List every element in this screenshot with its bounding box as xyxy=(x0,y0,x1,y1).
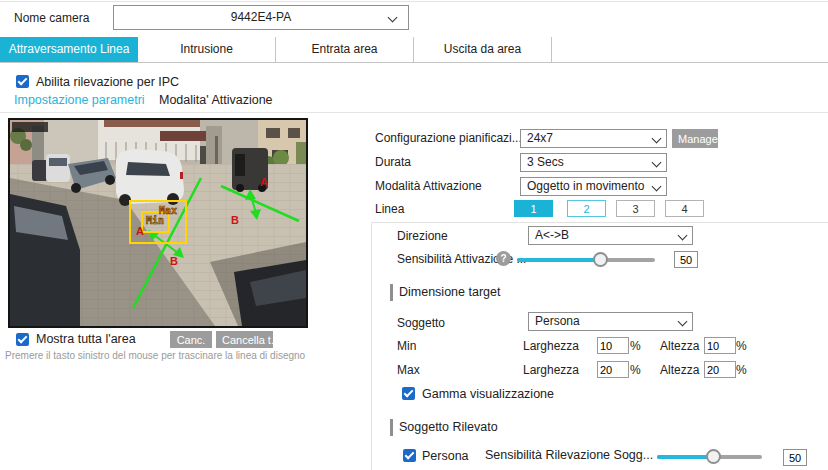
trigger-mode-label: Modalità Attivazione xyxy=(375,179,482,193)
tab-intrusione[interactable]: Intrusione xyxy=(138,37,276,62)
trigger-mode-select[interactable]: Oggetto in movimento xyxy=(520,177,667,196)
min-box-label: Min xyxy=(146,215,164,226)
line2-b-label: B xyxy=(231,214,239,226)
schedule-select-value: 24x7 xyxy=(527,131,553,145)
clear-all-button[interactable]: Cancella t... xyxy=(216,331,273,348)
camera-name-label: Nome camera xyxy=(14,11,89,25)
camera-detection-settings-window: Nome camera 9442E4-PA Attraversamento Li… xyxy=(0,0,828,470)
min-height-label: Altezza xyxy=(660,339,699,353)
manage-button[interactable]: Manage xyxy=(672,129,718,148)
subtab-modalita-attivazione[interactable]: Modalita' Attivazione xyxy=(159,93,273,107)
max-width-percent: % xyxy=(630,363,641,377)
line-button-1[interactable]: 1 xyxy=(514,200,553,217)
clear-button[interactable]: Canc. xyxy=(170,331,212,348)
help-icon[interactable]: ? xyxy=(496,251,511,266)
min-width-label: Larghezza xyxy=(523,339,579,353)
detection-sensitivity-value-input[interactable] xyxy=(783,449,807,466)
max-row-label: Max xyxy=(397,363,420,377)
detection-sensitivity-label: Sensibilità Rilevazione Sogg... xyxy=(485,448,653,462)
person-label: Persona xyxy=(422,449,469,463)
detection-sensitivity-slider-fill xyxy=(657,455,713,459)
camera-select[interactable]: 9442E4-PA xyxy=(113,5,409,30)
subject-select[interactable]: Persona xyxy=(528,312,693,331)
tab-entrata-area[interactable]: Entrata area xyxy=(276,37,414,62)
line-button-4[interactable]: 4 xyxy=(665,200,704,217)
max-height-input[interactable] xyxy=(704,361,736,378)
max-width-input[interactable] xyxy=(597,361,629,378)
sensitivity-value-input[interactable] xyxy=(674,251,698,268)
chevron-down-icon xyxy=(678,231,688,241)
sensitivity-slider-handle[interactable] xyxy=(593,252,608,267)
show-all-area-checkbox[interactable] xyxy=(16,333,29,346)
detected-subject-header: Soggetto Rilevato xyxy=(399,420,498,434)
subtab-divider xyxy=(0,112,828,113)
chevron-down-icon xyxy=(652,134,662,144)
show-all-area-label: Mostra tutta l'area xyxy=(36,332,136,346)
schedule-label: Configurazione pianificazi... xyxy=(375,131,522,145)
line-label: Linea xyxy=(375,202,404,216)
tab-attraversamento-linea[interactable]: Attraversamento Linea xyxy=(0,37,138,62)
line1-b-label: B xyxy=(170,255,178,267)
camera-preview-image: Max Min A B A B xyxy=(10,120,306,326)
tab-uscita-da-area[interactable]: Uscita da area xyxy=(414,37,552,62)
direction-select-value: A<->B xyxy=(535,228,569,242)
max-height-label: Altezza xyxy=(660,363,699,377)
duration-select[interactable]: 3 Secs xyxy=(520,153,667,172)
direction-select[interactable]: A<->B xyxy=(528,226,693,245)
min-height-input[interactable] xyxy=(704,337,736,354)
subtab-impostazione-parametri[interactable]: Impostazione parametri xyxy=(14,93,145,107)
min-height-percent: % xyxy=(736,339,747,353)
enable-ipc-checkbox[interactable] xyxy=(16,75,29,88)
max-height-percent: % xyxy=(736,363,747,377)
detection-sensitivity-slider-handle[interactable] xyxy=(706,449,721,464)
detected-subject-section-bar xyxy=(390,419,393,436)
min-width-input[interactable] xyxy=(597,337,629,354)
tab-bar: Attraversamento Linea Intrusione Entrata… xyxy=(0,37,828,63)
enable-ipc-label: Abilita rilevazione per IPC xyxy=(36,75,179,89)
draw-line-hint: Premere il tasto sinistro del mouse per … xyxy=(5,350,305,361)
camera-preview[interactable]: Max Min A B A B xyxy=(8,118,308,328)
duration-label: Durata xyxy=(375,155,411,169)
line-button-2[interactable]: 2 xyxy=(567,200,606,217)
sensitivity-slider[interactable] xyxy=(517,258,655,262)
min-width-percent: % xyxy=(630,339,641,353)
trigger-mode-select-value: Oggetto in movimento xyxy=(527,179,644,193)
top-divider xyxy=(0,1,828,2)
duration-select-value: 3 Secs xyxy=(527,155,564,169)
display-range-label: Gamma visualizzazione xyxy=(422,387,554,401)
chevron-down-icon xyxy=(388,13,398,23)
camera-watermark xyxy=(12,122,48,132)
target-size-header: Dimensione target xyxy=(399,285,500,299)
display-range-checkbox[interactable] xyxy=(402,387,415,400)
chevron-down-icon xyxy=(678,317,688,327)
line-button-3[interactable]: 3 xyxy=(616,200,655,217)
direction-label: Direzione xyxy=(397,229,448,243)
subject-select-value: Persona xyxy=(535,314,580,328)
sensitivity-slider-fill xyxy=(517,258,601,262)
camera-select-value: 9442E4-PA xyxy=(231,10,292,24)
min-row-label: Min xyxy=(397,339,416,353)
line1-a-label: A xyxy=(136,225,144,237)
chevron-down-icon xyxy=(652,182,662,192)
target-size-section-bar xyxy=(390,284,393,301)
schedule-select[interactable]: 24x7 xyxy=(520,129,667,148)
subject-label: Soggetto xyxy=(397,316,445,330)
line2-a-label: A xyxy=(260,176,268,188)
person-checkbox[interactable] xyxy=(403,449,416,462)
max-width-label: Larghezza xyxy=(523,363,579,377)
chevron-down-icon xyxy=(652,158,662,168)
